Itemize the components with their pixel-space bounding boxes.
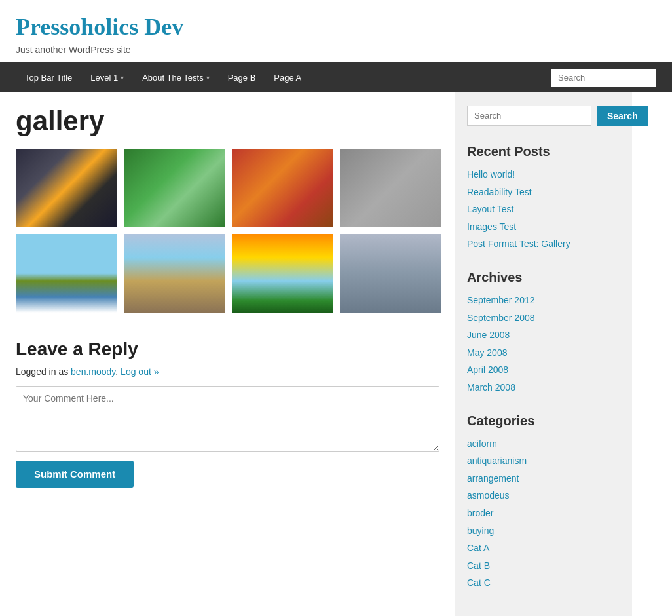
- recent-post-item[interactable]: Readability Test: [467, 183, 620, 201]
- categories-section: Categories aciform antiquarianism arrang…: [467, 414, 620, 592]
- archive-item[interactable]: May 2008: [467, 344, 620, 362]
- gallery-item[interactable]: [232, 234, 333, 313]
- topbar-search-input[interactable]: [551, 69, 656, 87]
- category-item[interactable]: asmodeus: [467, 487, 620, 505]
- sidebar-search: Search: [467, 106, 620, 126]
- sidebar-search-button[interactable]: Search: [597, 106, 648, 126]
- nav-item-abouttests[interactable]: About The Tests ▾: [133, 64, 218, 92]
- category-item[interactable]: Cat B: [467, 557, 620, 575]
- site-title[interactable]: Pressoholics Dev: [16, 13, 656, 41]
- leave-reply-title: Leave a Reply: [16, 339, 439, 360]
- site-header: Pressoholics Dev Just another WordPress …: [0, 0, 672, 62]
- gallery-item[interactable]: [16, 234, 117, 313]
- username-link[interactable]: ben.moody: [71, 366, 115, 377]
- category-item[interactable]: buying: [467, 522, 620, 540]
- gallery-item[interactable]: [124, 234, 225, 313]
- recent-posts-section: Recent Posts Hello world! Readability Te…: [467, 144, 620, 253]
- gallery-item[interactable]: [340, 234, 441, 313]
- sidebar-search-input[interactable]: [467, 106, 591, 126]
- recent-post-item[interactable]: Hello world!: [467, 166, 620, 183]
- recent-posts-title: Recent Posts: [467, 144, 620, 159]
- category-item[interactable]: antiquarianism: [467, 452, 620, 470]
- gallery-item[interactable]: [16, 149, 117, 227]
- category-item[interactable]: aciform: [467, 435, 620, 453]
- topbar-search: [551, 69, 656, 87]
- archive-item[interactable]: June 2008: [467, 326, 620, 344]
- archive-item[interactable]: September 2012: [467, 292, 620, 309]
- categories-title: Categories: [467, 414, 620, 429]
- chevron-down-icon: ▾: [121, 74, 124, 81]
- gallery-item[interactable]: [124, 149, 225, 227]
- archives-title: Archives: [467, 270, 620, 285]
- submit-comment-button[interactable]: Submit Comment: [16, 461, 134, 488]
- nav-item-pagea[interactable]: Page A: [265, 64, 310, 92]
- archive-item[interactable]: April 2008: [467, 361, 620, 379]
- recent-post-item[interactable]: Post Format Test: Gallery: [467, 235, 620, 253]
- archive-item[interactable]: September 2008: [467, 309, 620, 327]
- category-item[interactable]: broder: [467, 505, 620, 522]
- chevron-down-icon: ▾: [206, 74, 210, 81]
- comment-textarea[interactable]: [16, 386, 439, 452]
- archive-item[interactable]: March 2008: [467, 379, 620, 396]
- category-item[interactable]: arrangement: [467, 470, 620, 488]
- page-title: gallery: [16, 106, 439, 137]
- gallery-grid: [16, 149, 439, 313]
- recent-post-item[interactable]: Images Test: [467, 218, 620, 236]
- logout-link[interactable]: Log out »: [121, 366, 159, 377]
- archives-section: Archives September 2012 September 2008 J…: [467, 270, 620, 396]
- nav-item-topbartitle[interactable]: Top Bar Title: [16, 64, 81, 92]
- nav-item-pageb[interactable]: Page B: [219, 64, 265, 92]
- nav-items: Top Bar Title Level 1 ▾ About The Tests …: [16, 64, 551, 92]
- gallery-item[interactable]: [340, 149, 441, 227]
- category-item[interactable]: Cat A: [467, 539, 620, 557]
- main-layout: gallery Leave a Reply Logged in as ben.m…: [0, 92, 672, 616]
- site-tagline: Just another WordPress site: [16, 45, 131, 55]
- topbar: Top Bar Title Level 1 ▾ About The Tests …: [0, 62, 672, 92]
- nav-item-level1[interactable]: Level 1 ▾: [81, 64, 133, 92]
- recent-post-item[interactable]: Layout Test: [467, 201, 620, 218]
- content-area: gallery Leave a Reply Logged in as ben.m…: [0, 92, 455, 616]
- gallery-item[interactable]: [232, 149, 333, 227]
- logged-in-text: Logged in as ben.moody. Log out »: [16, 366, 439, 377]
- sidebar: Search Recent Posts Hello world! Readabi…: [455, 92, 632, 616]
- leave-reply-section: Leave a Reply Logged in as ben.moody. Lo…: [16, 339, 439, 488]
- category-item[interactable]: Cat C: [467, 574, 620, 592]
